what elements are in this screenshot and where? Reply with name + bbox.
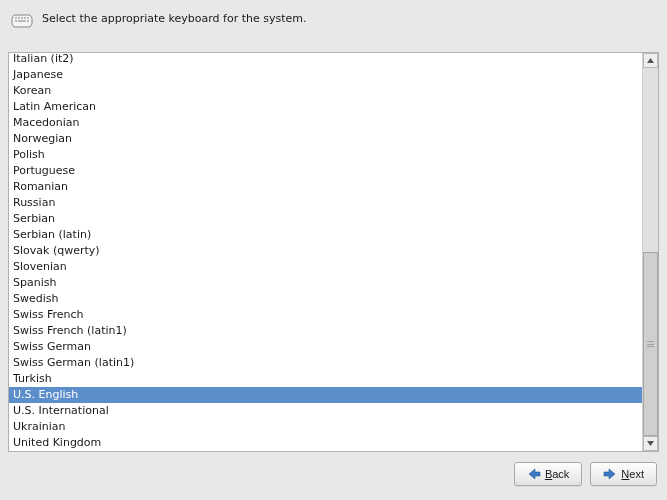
back-arrow-icon: [527, 467, 541, 481]
scroll-up-button[interactable]: [643, 53, 658, 68]
svg-rect-3: [24, 17, 26, 19]
list-item-label: U.S. International: [13, 404, 109, 417]
list-item-label: Slovak (qwerty): [13, 244, 100, 257]
list-item[interactable]: Polish: [9, 147, 642, 163]
header-instruction: Select the appropriate keyboard for the …: [42, 8, 307, 26]
list-item[interactable]: United Kingdom: [9, 435, 642, 451]
next-label: Next: [621, 468, 644, 480]
list-item[interactable]: Japanese: [9, 67, 642, 83]
header: Select the appropriate keyboard for the …: [0, 0, 667, 52]
list-item[interactable]: U.S. English: [9, 387, 642, 403]
list-item[interactable]: Romanian: [9, 179, 642, 195]
list-item[interactable]: Korean: [9, 83, 642, 99]
list-item[interactable]: Turkish: [9, 371, 642, 387]
list-item-label: Romanian: [13, 180, 68, 193]
list-item-label: Polish: [13, 148, 45, 161]
list-item[interactable]: Swiss German: [9, 339, 642, 355]
list-item-label: Ukrainian: [13, 420, 65, 433]
next-button[interactable]: Next: [590, 462, 657, 486]
list-item[interactable]: Italian (it2): [9, 53, 642, 67]
list-item-label: Slovenian: [13, 260, 67, 273]
list-item[interactable]: Spanish: [9, 275, 642, 291]
list-item-label: Latin American: [13, 100, 96, 113]
svg-rect-4: [27, 17, 29, 19]
list-item[interactable]: Norwegian: [9, 131, 642, 147]
svg-rect-1: [18, 17, 20, 19]
list-item-label: Portuguese: [13, 164, 75, 177]
scroll-down-button[interactable]: [643, 436, 658, 451]
keyboard-list[interactable]: ItalianItalian (IBM)Italian (it2)Japanes…: [9, 53, 642, 451]
scroll-thumb[interactable]: [643, 252, 658, 436]
list-item[interactable]: Portuguese: [9, 163, 642, 179]
list-item-label: Korean: [13, 84, 51, 97]
list-item[interactable]: Swiss French (latin1): [9, 323, 642, 339]
list-item-label: Swedish: [13, 292, 59, 305]
list-item-label: Norwegian: [13, 132, 72, 145]
list-item[interactable]: Ukrainian: [9, 419, 642, 435]
keyboard-icon: [10, 8, 34, 32]
svg-rect-5: [15, 20, 17, 22]
list-item[interactable]: Slovak (qwerty): [9, 243, 642, 259]
back-button[interactable]: Back: [514, 462, 582, 486]
list-item[interactable]: Latin American: [9, 99, 642, 115]
svg-rect-0: [15, 17, 17, 19]
list-item-label: Serbian: [13, 212, 55, 225]
list-item[interactable]: Serbian (latin): [9, 227, 642, 243]
list-item-label: Spanish: [13, 276, 56, 289]
scroll-track[interactable]: [643, 68, 658, 436]
list-item-label: Turkish: [13, 372, 52, 385]
list-item-label: U.S. English: [13, 388, 78, 401]
list-item[interactable]: Swiss German (latin1): [9, 355, 642, 371]
list-item-label: Swiss German (latin1): [13, 356, 134, 369]
list-item-label: Swiss French (latin1): [13, 324, 127, 337]
list-item[interactable]: U.S. International: [9, 403, 642, 419]
list-item[interactable]: Swiss French: [9, 307, 642, 323]
list-item-label: Serbian (latin): [13, 228, 91, 241]
scrollbar[interactable]: [642, 53, 658, 451]
list-item-label: Japanese: [13, 68, 63, 81]
list-item-label: Swiss French: [13, 308, 84, 321]
footer: Back Next: [0, 452, 667, 496]
list-item-label: Swiss German: [13, 340, 91, 353]
next-arrow-icon: [603, 467, 617, 481]
svg-rect-2: [21, 17, 23, 19]
list-item[interactable]: Russian: [9, 195, 642, 211]
back-label: Back: [545, 468, 569, 480]
list-item[interactable]: Macedonian: [9, 115, 642, 131]
list-item-label: Russian: [13, 196, 55, 209]
svg-rect-6: [18, 20, 26, 22]
list-item-label: Macedonian: [13, 116, 80, 129]
list-item[interactable]: Swedish: [9, 291, 642, 307]
keyboard-list-frame: ItalianItalian (IBM)Italian (it2)Japanes…: [8, 52, 659, 452]
svg-rect-7: [27, 20, 29, 22]
list-item[interactable]: Serbian: [9, 211, 642, 227]
list-item-label: Italian (it2): [13, 53, 74, 65]
list-item-label: United Kingdom: [13, 436, 101, 449]
list-item[interactable]: Slovenian: [9, 259, 642, 275]
